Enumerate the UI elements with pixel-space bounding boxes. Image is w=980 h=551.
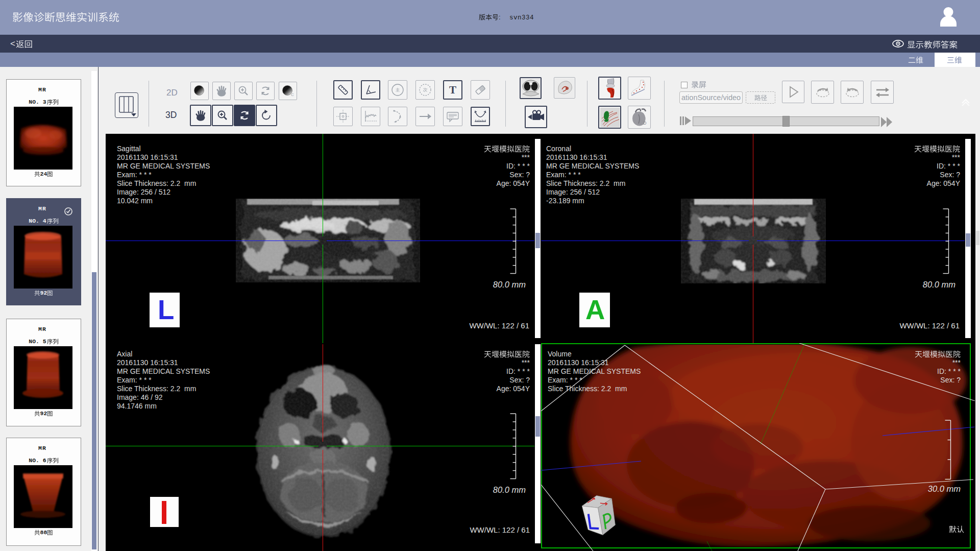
svg-text:D: D: [643, 121, 647, 126]
svg-text:C: C: [291, 92, 294, 97]
svg-text:T: T: [449, 84, 456, 96]
